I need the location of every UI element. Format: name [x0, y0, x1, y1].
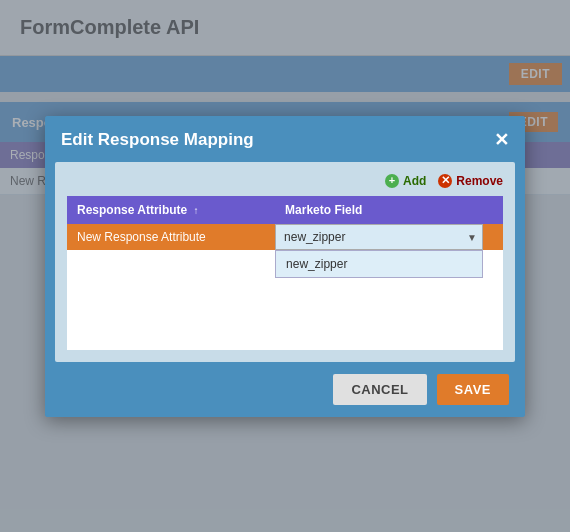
add-label: Add: [403, 174, 426, 188]
dropdown-options-list: new_zipper: [275, 250, 483, 278]
modal-header: Edit Response Mapping ✕: [45, 116, 525, 162]
add-button[interactable]: + Add: [385, 174, 426, 188]
modal-title: Edit Response Mapping: [61, 130, 254, 150]
col-response-attribute: Response Attribute ↑: [67, 196, 275, 224]
cancel-button[interactable]: CANCEL: [333, 374, 426, 405]
marketo-dropdown-wrapper: ▼ new_zipper: [275, 224, 483, 250]
save-button[interactable]: SAVE: [437, 374, 509, 405]
response-attribute-cell: New Response Attribute: [67, 224, 275, 250]
page-background: FormComplete API EDIT Response Mappings …: [0, 0, 570, 532]
remove-icon: ✕: [438, 174, 452, 188]
dropdown-option[interactable]: new_zipper: [276, 251, 482, 277]
col-marketo-field: Marketo Field: [275, 196, 483, 224]
close-icon[interactable]: ✕: [494, 131, 509, 149]
marketo-field-dropdown-cell[interactable]: ▼ new_zipper: [275, 224, 483, 250]
mapping-table: Response Attribute ↑ Marketo Field New R…: [67, 196, 503, 250]
remove-label: Remove: [456, 174, 503, 188]
table-toolbar: + Add ✕ Remove: [67, 174, 503, 188]
modal-footer: CANCEL SAVE: [45, 362, 525, 417]
response-attr-sort-icon: ↑: [194, 205, 199, 216]
marketo-field-input[interactable]: [275, 224, 483, 250]
row-icon-cell: [483, 224, 503, 250]
remove-button[interactable]: ✕ Remove: [438, 174, 503, 188]
modal-body: + Add ✕ Remove Response Attribute: [55, 162, 515, 362]
col-icon: [483, 196, 503, 224]
edit-response-mapping-modal: Edit Response Mapping ✕ + Add ✕ Remove: [45, 116, 525, 417]
add-icon: +: [385, 174, 399, 188]
mapping-table-row[interactable]: New Response Attribute ▼ new_zipper: [67, 224, 503, 250]
modal-overlay: Edit Response Mapping ✕ + Add ✕ Remove: [0, 0, 570, 532]
mapping-table-header-row: Response Attribute ↑ Marketo Field: [67, 196, 503, 224]
